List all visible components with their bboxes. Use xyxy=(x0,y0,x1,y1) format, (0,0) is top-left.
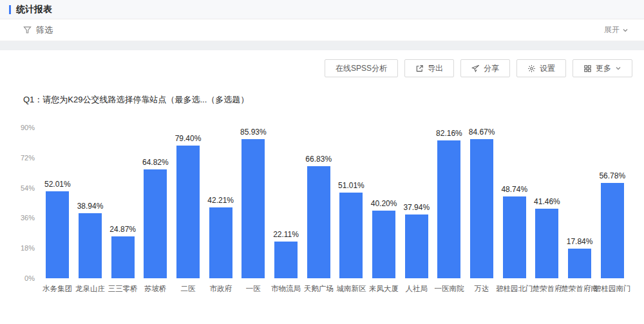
bar[interactable] xyxy=(372,211,395,278)
bar-category-label: 人社局 xyxy=(405,284,428,294)
bar[interactable] xyxy=(405,214,428,278)
chevron-down-icon xyxy=(615,65,621,71)
bar[interactable] xyxy=(46,191,69,278)
bar[interactable] xyxy=(209,207,232,278)
bar-value-label: 52.01% xyxy=(44,180,71,189)
bar-column: 37.94%人社局 xyxy=(400,128,433,294)
bar-column: 82.16%一医南院 xyxy=(433,128,466,294)
bar[interactable] xyxy=(601,183,624,278)
bar-category-label: 城南新区 xyxy=(336,284,366,294)
y-axis-tick-label: 90% xyxy=(21,124,35,131)
bar-category-label: 楚荣首府南 xyxy=(561,284,598,294)
bar[interactable] xyxy=(111,236,135,278)
bar-value-label: 41.46% xyxy=(534,197,560,206)
bar-category-label: 苏坡桥 xyxy=(144,284,167,294)
chevron-down-icon xyxy=(622,27,629,33)
filter-bar: 筛选 展开 xyxy=(0,19,644,41)
bar-column: 24.87%三三零桥 xyxy=(106,128,139,294)
bar[interactable] xyxy=(568,249,591,278)
bar-stack: 85.93% xyxy=(240,128,267,278)
bar-value-label: 22.11% xyxy=(273,230,299,239)
bar-category-label: 水务集团 xyxy=(43,284,72,294)
filter-button[interactable]: 筛选 xyxy=(23,24,53,36)
bar[interactable] xyxy=(437,140,460,278)
bar-stack: 22.11% xyxy=(273,128,299,278)
bar-category-label: 一医南院 xyxy=(434,284,464,294)
bar[interactable] xyxy=(535,209,558,278)
report-panel: 在线SPSS分析 导出 分享 xyxy=(0,50,644,324)
bar-value-label: 51.01% xyxy=(338,181,365,190)
bar-value-label: 82.16% xyxy=(436,129,462,138)
bar-value-label: 42.21% xyxy=(207,196,234,205)
bar-stack: 17.84% xyxy=(567,128,593,278)
y-axis-tick-label: 36% xyxy=(21,214,35,222)
bar[interactable] xyxy=(242,139,265,278)
settings-button[interactable]: 设置 xyxy=(516,59,566,77)
bar[interactable] xyxy=(339,193,363,278)
bar-category-label: 三三零桥 xyxy=(108,284,138,294)
bar-column: 38.94%龙泉山庄 xyxy=(74,128,107,294)
bar-column: 52.01%水务集团 xyxy=(41,128,74,294)
bar-stack: 37.94% xyxy=(403,128,430,278)
bar-column: 79.40%二医 xyxy=(172,128,205,294)
bar-column: 56.78%碧桂园南门 xyxy=(596,128,629,294)
spss-analysis-button[interactable]: 在线SPSS分析 xyxy=(325,59,398,77)
bar-category-label: 碧桂园南门 xyxy=(594,284,631,294)
share-button[interactable]: 分享 xyxy=(460,59,510,77)
page-title: 统计报表 xyxy=(16,4,52,15)
bar-value-label: 24.87% xyxy=(109,225,136,234)
bar-column: 66.83%天鹅广场 xyxy=(302,128,335,294)
bar-column: 84.67%万达 xyxy=(466,128,498,294)
bar-column: 64.82%苏坡桥 xyxy=(139,128,172,294)
bar-value-label: 37.94% xyxy=(403,203,430,212)
bar-stack: 52.01% xyxy=(44,128,71,278)
bar-category-label: 市物流局 xyxy=(271,284,301,294)
bar-stack: 82.16% xyxy=(436,128,462,278)
bar-category-label: 楚荣首府 xyxy=(532,284,562,294)
chart-plot: 52.01%水务集团38.94%龙泉山庄24.87%三三零桥64.82%苏坡桥7… xyxy=(41,128,629,294)
chart-y-axis: 0%18%36%54%72%90% xyxy=(15,128,41,278)
bar-stack: 42.21% xyxy=(207,128,234,278)
bar-stack: 64.82% xyxy=(142,128,169,278)
bar-column: 17.84%楚荣首府南 xyxy=(564,128,596,294)
bar[interactable] xyxy=(274,242,298,278)
bar-column: 85.93%一医 xyxy=(237,128,270,294)
bar-column: 41.46%楚荣首府 xyxy=(531,128,564,294)
bar-value-label: 38.94% xyxy=(77,202,104,211)
bar[interactable] xyxy=(144,169,167,278)
bar-column: 51.01%城南新区 xyxy=(335,128,368,294)
bar-stack: 56.78% xyxy=(599,128,625,278)
more-button[interactable]: 更多 xyxy=(573,59,632,77)
y-axis-tick-label: 72% xyxy=(21,154,35,162)
bar[interactable] xyxy=(307,166,330,278)
bar-stack: 51.01% xyxy=(338,128,365,278)
bar[interactable] xyxy=(470,139,493,278)
bar-value-label: 40.20% xyxy=(371,199,397,208)
bar-column: 22.11%市物流局 xyxy=(270,128,303,294)
bar-column: 42.21%市政府 xyxy=(204,128,237,294)
bar[interactable] xyxy=(176,146,200,278)
question-title: Q1：请您为K29公交线路选择停靠站点（最多选...（多选题） xyxy=(0,77,644,106)
filter-label: 筛选 xyxy=(36,24,53,36)
expand-toggle[interactable]: 展开 xyxy=(604,24,629,35)
spss-analysis-label: 在线SPSS分析 xyxy=(336,63,387,74)
bar[interactable] xyxy=(79,213,102,278)
export-icon xyxy=(415,64,424,73)
bar-value-label: 84.67% xyxy=(469,128,495,137)
bar-stack: 79.40% xyxy=(175,128,202,278)
settings-label: 设置 xyxy=(540,63,555,74)
bar[interactable] xyxy=(503,196,526,278)
bar-value-label: 56.78% xyxy=(599,171,625,180)
bar-value-label: 66.83% xyxy=(305,155,332,164)
bar-category-label: 来凤大厦 xyxy=(369,284,399,294)
more-label: 更多 xyxy=(596,63,611,74)
bar-value-label: 48.74% xyxy=(501,185,527,194)
bar-category-label: 二医 xyxy=(181,284,196,294)
export-label: 导出 xyxy=(428,63,443,74)
share-icon xyxy=(471,64,480,73)
bar-column: 40.20%来凤大厦 xyxy=(368,128,401,294)
accent-bar xyxy=(9,5,11,14)
share-label: 分享 xyxy=(484,63,499,74)
export-button[interactable]: 导出 xyxy=(404,59,454,77)
y-axis-tick-label: 54% xyxy=(21,184,35,192)
